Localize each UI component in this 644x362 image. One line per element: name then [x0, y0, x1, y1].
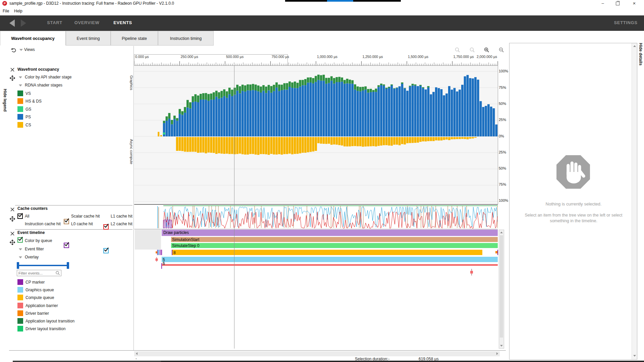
scroll-left-icon[interactable]	[136, 352, 138, 355]
checkbox-l2-cache-hit[interactable]	[103, 248, 109, 253]
checkbox-scalar-cache-hit[interactable]	[64, 219, 69, 224]
hide-legend-strip[interactable]: Hide legend	[0, 46, 9, 350]
percent-label: 25%	[499, 150, 512, 154]
timeline-event-bar-simulationstart[interactable]	[171, 237, 498, 242]
nav-forward-icon[interactable]	[21, 19, 26, 27]
color-by-queue-label[interactable]: Color by queue	[25, 238, 52, 243]
occupancy-bar-vs	[184, 107, 186, 113]
overlay-chevron-icon[interactable]	[19, 256, 22, 258]
rdna-stages-chevron-icon[interactable]	[19, 84, 22, 86]
checkbox-instruction-cache-hit[interactable]	[17, 237, 23, 243]
timeline-vscrollbar[interactable]	[499, 230, 504, 349]
occupancy-bar-vs	[260, 86, 262, 93]
menu-help[interactable]: Help	[14, 9, 22, 13]
checkbox-all[interactable]	[17, 214, 23, 219]
restore-button[interactable]	[616, 2, 620, 5]
occupancy-bar-async-cs	[388, 137, 390, 145]
queue-label-compute-queue: Compute queue	[25, 295, 54, 300]
occupancy-bar-async-cs	[297, 137, 299, 154]
checkbox-label-scalar-cache-hit: Scalar cache hit	[71, 214, 100, 219]
occupancy-bar-async-cs	[286, 137, 288, 154]
cp-marker-tick[interactable]	[157, 250, 158, 255]
move-timeline-section-icon[interactable]	[10, 240, 15, 246]
timeline-event-bar-5[interactable]	[162, 257, 498, 262]
event-timeline-chart[interactable]: Draw particlesSimulationStartSimulateSte…	[134, 229, 499, 349]
cp-marker-tick[interactable]	[160, 250, 161, 255]
views-chevron-icon[interactable]	[19, 49, 23, 51]
scroll-up-icon[interactable]	[633, 45, 636, 47]
tab-event-timing[interactable]: Event timing	[66, 31, 111, 46]
timeline-event-bar-6[interactable]	[162, 264, 498, 266]
rdna-stages-label[interactable]: RDNA shader stages	[25, 83, 62, 87]
event-range-slider[interactable]	[17, 262, 69, 269]
occupancy-bar-ps	[417, 86, 419, 136]
move-occupancy-section-icon[interactable]	[10, 75, 15, 82]
occupancy-bar-ps	[469, 78, 471, 136]
occupancy-bar-async-cs	[364, 137, 367, 146]
stage-label-hs-ds: HS & DS	[25, 99, 42, 104]
views-label[interactable]: Views	[24, 47, 35, 52]
event-filter-chevron-icon[interactable]	[19, 248, 22, 250]
zoom-in-icon[interactable]	[484, 47, 489, 55]
slider-handle-right[interactable]	[67, 262, 69, 269]
scroll-down-icon[interactable]	[633, 355, 636, 357]
timeline-event-bar-simulatestep-0[interactable]	[171, 243, 498, 248]
tab-pipeline-state[interactable]: Pipeline state	[111, 31, 158, 46]
driver-barrier-mark[interactable]	[495, 251, 497, 253]
close-button[interactable]: ×	[631, 1, 637, 6]
tab-wavefront-occupancy[interactable]: Wavefront occupancy	[0, 31, 66, 46]
cp-marker-tick[interactable]	[161, 250, 162, 255]
wavefront-occupancy-chart[interactable]	[134, 66, 498, 204]
timeline-ruler[interactable]: 0.000 µs250.000 µs500.000 µs750.000 µs1,…	[134, 54, 506, 66]
checkbox-l0-cache-hit[interactable]	[64, 243, 69, 248]
nav-item-events[interactable]: EVENTS	[109, 20, 137, 25]
undo-icon[interactable]	[11, 47, 17, 54]
move-cache-section-icon[interactable]	[10, 216, 15, 223]
occupancy-bar-async-cs	[375, 137, 377, 146]
close-cache-section-icon[interactable]	[10, 207, 15, 213]
cp-marker-tick[interactable]	[159, 250, 160, 255]
cp-marker-tick[interactable]	[497, 250, 498, 255]
ruler-label: 1,000.000 µs	[317, 55, 337, 59]
overlay-label[interactable]: Overlay	[25, 255, 39, 259]
zoom-in-selection-icon[interactable]	[455, 47, 460, 55]
queue-label-graphics-queue: Graphics queue	[25, 288, 54, 292]
timeline-event-label: SimulationStart	[172, 237, 200, 242]
cp-marker-tick[interactable]	[172, 250, 172, 255]
nav-item-overview[interactable]: OVERVIEW	[67, 20, 107, 25]
occupancy-bar-async-cs	[288, 137, 291, 154]
color-by-api-label[interactable]: Color by API shader stage	[25, 75, 71, 79]
hide-details-strip[interactable]: Hide details	[637, 43, 644, 350]
queue-label-cp-marker: CP marker	[25, 280, 45, 285]
title-bar: P sample_profile.rgp - D3D12 - Instructi…	[0, 0, 644, 7]
nav-back-icon[interactable]	[9, 19, 15, 27]
occupancy-bar-async-cs	[186, 137, 189, 152]
details-vscrollbar[interactable]	[632, 43, 637, 359]
zoom-reset-icon[interactable]	[470, 47, 475, 55]
color-by-api-chevron-icon[interactable]	[19, 76, 22, 78]
event-filter-label[interactable]: Event filter	[25, 247, 44, 251]
timeline-event-bar-draw-particles[interactable]	[162, 230, 498, 236]
occupancy-bar-async-cs	[409, 137, 411, 143]
zoom-out-icon[interactable]	[499, 47, 504, 55]
timeline-hscrollbar[interactable]	[134, 351, 500, 356]
timeline-event-bar-8[interactable]	[172, 250, 482, 255]
scroll-thumb[interactable]	[500, 235, 503, 338]
cp-marker-tick[interactable]	[161, 263, 162, 269]
cache-counters-chart[interactable]	[134, 205, 498, 229]
close-occupancy-section-icon[interactable]	[10, 67, 15, 73]
scroll-down-icon[interactable]	[500, 345, 503, 347]
nav-settings[interactable]: SETTINGS	[611, 20, 640, 25]
nav-bar: STARTOVERVIEWEVENTS SETTINGS	[0, 15, 644, 31]
nav-item-start[interactable]: START	[43, 20, 66, 25]
close-timeline-section-icon[interactable]	[10, 231, 15, 237]
scroll-up-icon[interactable]	[500, 232, 503, 233]
slider-handle-left[interactable]	[17, 262, 19, 269]
menu-file[interactable]: File	[3, 9, 9, 13]
checkbox-l1-cache-hit[interactable]	[103, 224, 109, 230]
occupancy-bar-vs	[286, 83, 288, 90]
minimize-button[interactable]: –	[600, 1, 606, 6]
tab-instruction-timing[interactable]: Instruction timing	[158, 31, 214, 46]
scroll-right-icon[interactable]	[496, 352, 498, 355]
filter-events-input[interactable]	[17, 270, 61, 276]
